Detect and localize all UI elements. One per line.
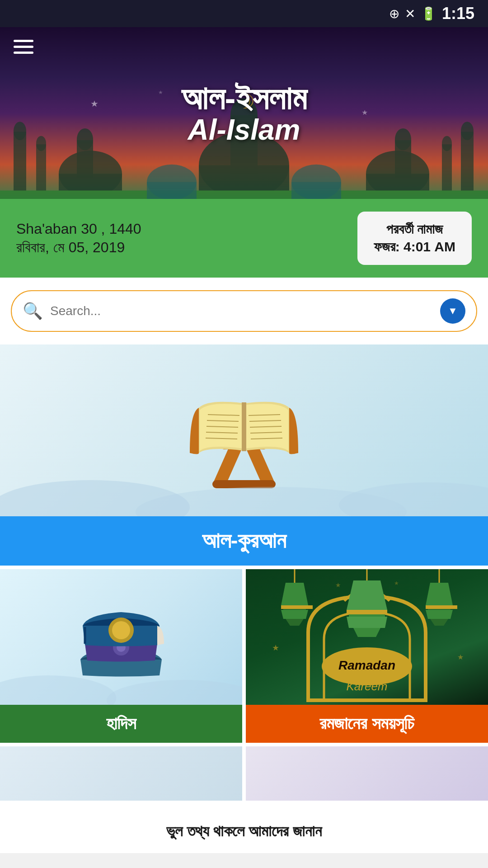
svg-point-22	[461, 122, 474, 140]
gregorian-date: রবিবার, মে 05, 2019	[16, 239, 141, 256]
svg-point-14	[14, 122, 26, 140]
next-prayer-box: পরবর্তী নামাজ ফজর: 4:01 AM	[357, 212, 472, 265]
next-prayer-time: ফজর: 4:01 AM	[374, 239, 455, 255]
app-title: আল-ইসলাম Al-Islam	[181, 80, 307, 146]
quran-card-image	[0, 344, 488, 516]
partial-card-right[interactable]	[246, 746, 488, 801]
svg-rect-25	[0, 190, 488, 199]
location-icon: ⊕	[389, 6, 399, 21]
partial-card-left[interactable]	[0, 746, 242, 801]
ramadan-card-label: রমজানের সময়সূচি	[246, 705, 488, 743]
search-input[interactable]	[50, 304, 440, 318]
app-title-bangla: আল-ইসলাম	[181, 80, 307, 118]
svg-marker-65	[347, 617, 387, 628]
two-col-row: হাদিস	[0, 569, 488, 743]
svg-text:★: ★	[272, 643, 279, 652]
footer-text: ভুল তথ্য থাকলে আমাদের জানান	[0, 810, 488, 853]
date-info: Sha'aban 30 , 1440 রবিবার, মে 05, 2019	[16, 221, 141, 256]
hadis-cloud-bg	[0, 669, 242, 705]
svg-marker-68	[426, 583, 453, 605]
status-bar: ⊕ ✕ 🔋 1:15	[0, 0, 488, 27]
quran-card-label: আল-কুরআন	[0, 516, 488, 566]
next-prayer-label: পরবর্তী নামাজ	[374, 222, 455, 237]
svg-rect-29	[291, 182, 341, 199]
svg-point-53	[112, 621, 130, 639]
svg-text:Kareem: Kareem	[346, 679, 387, 693]
search-icon: 🔍	[23, 302, 43, 321]
svg-marker-64	[347, 610, 387, 614]
grid-section: আল-কুরআন	[0, 344, 488, 810]
svg-marker-62	[347, 580, 387, 610]
svg-point-32	[339, 482, 488, 516]
svg-text:★: ★	[158, 90, 163, 95]
ramadan-decoration: Ramadan Kareem ★ ★ ★ ★	[246, 569, 488, 705]
date-bar: Sha'aban 30 , 1440 রবিবার, মে 05, 2019 প…	[0, 199, 488, 278]
svg-point-20	[395, 128, 411, 150]
svg-text:★: ★	[394, 580, 399, 586]
svg-text:★: ★	[361, 109, 367, 116]
status-time: 1:15	[442, 4, 474, 23]
svg-marker-56	[281, 583, 308, 605]
svg-marker-59	[281, 610, 308, 619]
cloud-bg	[0, 471, 488, 516]
svg-text:★: ★	[335, 581, 341, 589]
partial-row	[0, 746, 488, 801]
header-banner: ☽ ★ ★ ★ ★	[0, 27, 488, 199]
svg-marker-71	[426, 610, 453, 619]
svg-marker-66	[353, 628, 380, 637]
menu-button[interactable]	[14, 36, 33, 57]
svg-marker-72	[430, 619, 448, 626]
ramadan-card[interactable]: Ramadan Kareem ★ ★ ★ ★ রমজানের সময়সূচি	[246, 569, 488, 743]
app-title-latin: Al-Islam	[181, 113, 307, 146]
search-dropdown-button[interactable]	[440, 298, 465, 324]
svg-point-24	[442, 136, 452, 151]
status-icons: ⊕ ✕ 🔋 1:15	[389, 4, 474, 23]
svg-marker-70	[426, 605, 457, 609]
signal-icon: ✕	[405, 6, 415, 21]
svg-point-16	[36, 136, 46, 151]
svg-rect-27	[147, 182, 197, 199]
svg-text:★: ★	[457, 653, 464, 661]
hadis-card[interactable]: হাদিস	[0, 569, 242, 743]
ramadan-card-image: Ramadan Kareem ★ ★ ★ ★	[246, 569, 488, 705]
svg-point-48	[0, 675, 116, 705]
battery-icon: 🔋	[421, 6, 436, 21]
search-container: 🔍	[0, 278, 488, 344]
svg-rect-13	[14, 132, 26, 199]
hadis-card-image	[0, 569, 242, 705]
hijri-date: Sha'aban 30 , 1440	[16, 221, 141, 237]
svg-point-49	[107, 680, 242, 705]
svg-rect-21	[461, 132, 474, 199]
hadis-card-label: হাদিস	[0, 705, 242, 743]
quran-card[interactable]: আল-কুরআন	[0, 344, 488, 566]
footer-message: ভুল তথ্য থাকলে আমাদের জানান	[166, 822, 322, 840]
svg-point-12	[77, 128, 93, 150]
svg-marker-58	[281, 605, 313, 609]
svg-rect-47	[242, 402, 246, 451]
svg-text:Ramadan: Ramadan	[338, 658, 395, 672]
search-bar: 🔍	[11, 290, 477, 332]
svg-text:★: ★	[90, 99, 99, 108]
svg-marker-60	[286, 619, 304, 626]
